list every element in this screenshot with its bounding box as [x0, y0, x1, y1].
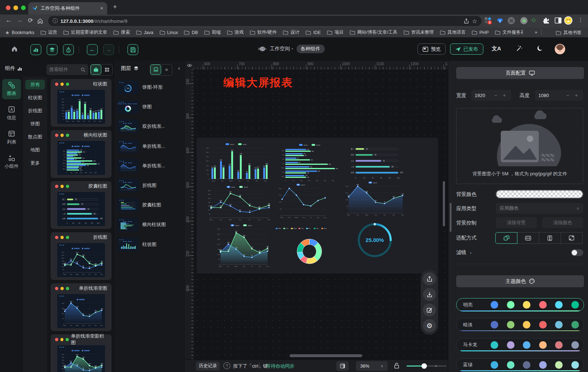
filter-label-row[interactable]: 滤镜 › — [456, 249, 471, 256]
capsule-bar-chart[interactable]: 厦门20南阳40北京60上海80新疆100020406080100 — [346, 144, 405, 180]
category-散点图[interactable]: 散点图 — [25, 132, 45, 142]
donut-pie-chart[interactable]: MonTueWedThuFriSatSun — [252, 225, 353, 272]
translate-icon[interactable]: 文A — [492, 45, 501, 52]
other-bookmarks[interactable]: 其他书签 — [556, 30, 581, 36]
single-line-chart[interactable]: data1050100150200MonTueWedThuFriSatSun — [275, 183, 328, 220]
bookmark-folder[interactable]: Linux — [160, 30, 178, 35]
toggle-components-view-button[interactable] — [91, 64, 101, 75]
component-card-柱状图[interactable]: 柱状图050100150200250300350Mon120130Tue2001… — [51, 79, 112, 127]
bookmark-folder[interactable]: 前端 — [204, 29, 221, 35]
bookmark-folder[interactable]: PHP — [472, 30, 489, 35]
component-card-胶囊柱图[interactable]: 胶囊柱图厦门20南阳40北京60上海80新疆100020406080100 — [51, 181, 112, 229]
vertical-scrollbar[interactable] — [443, 181, 445, 226]
layers-list-view-button[interactable]: ≡ — [161, 64, 172, 75]
bookmark-folder[interactable]: 近期需要读的文章 — [63, 29, 107, 35]
layer-item-饼图-环形[interactable]: 70%饼图-环形 — [117, 79, 182, 96]
extensions-puzzle-icon[interactable] — [543, 17, 550, 24]
category-地图[interactable]: 地图 — [25, 145, 45, 155]
sidebar-item-信息[interactable]: A信息 — [2, 103, 21, 124]
layer-item-单折线渐...[interactable]: 单折线渐... — [117, 138, 182, 155]
layer-item-单折线渐...[interactable]: 单折线渐... — [117, 158, 182, 174]
theme-row-蓝绿[interactable]: 蓝绿 — [456, 358, 584, 372]
fit-scale-button[interactable] — [495, 232, 517, 244]
bookmark-folder[interactable]: 文件服务器 — [495, 29, 523, 35]
category-折线图[interactable]: 折线图 — [25, 106, 45, 116]
height-stepper[interactable]: − + — [566, 92, 580, 98]
component-card-单折线渐变面积图[interactable]: 单折线渐变面积图050100150200250300350MonTueWedTh… — [51, 334, 112, 372]
bookmark-folder[interactable]: IDE — [306, 30, 321, 35]
settings-button[interactable]: ⚙ — [423, 319, 436, 332]
bookmarks-overflow-icon[interactable]: » — [535, 30, 537, 35]
bookmarks-root-button[interactable]: ★Bookmarks — [5, 30, 34, 35]
undo-button[interactable]: ← — [87, 44, 98, 55]
category-柱状图[interactable]: 柱状图 — [25, 93, 45, 103]
search-input[interactable]: 搜索组件 — [46, 64, 88, 75]
category-饼图[interactable]: 饼图 — [25, 119, 45, 129]
site-info-icon[interactable]: ⓘ — [52, 18, 58, 24]
extension-grid-icon[interactable]: 9 — [484, 17, 492, 24]
horizontal-bar-chart[interactable]: data1data2050100150200250300Sun130160Sat… — [276, 143, 344, 183]
charts-panel-toggle-button[interactable] — [30, 44, 41, 55]
filter-toggle[interactable] — [571, 249, 583, 256]
lock-icon[interactable] — [394, 362, 399, 369]
app-type-select[interactable]: 应用颜色 ∨ — [496, 203, 583, 214]
history-button[interactable]: 历史记录 — [196, 361, 220, 371]
browser-menu-icon[interactable]: ⋮ — [578, 17, 583, 23]
theme-row-暗淡[interactable]: 暗淡 — [456, 318, 584, 331]
fit-height-button[interactable] — [539, 232, 561, 244]
canvas-grid[interactable]: 编辑大屏报表 data1data2050100150200250300350Mo… — [194, 70, 448, 372]
user-avatar[interactable] — [555, 44, 565, 54]
component-card-横向柱状图[interactable]: 横向柱状图050100150200250300Sun130160Sat11011… — [51, 130, 112, 178]
redo-button[interactable]: → — [103, 44, 114, 55]
layer-item-折线图[interactable]: 折线图 — [117, 177, 182, 194]
width-stepper[interactable]: − + — [494, 92, 508, 98]
detail-panel-toggle-button[interactable] — [63, 44, 74, 55]
bookmark-folder[interactable]: 资讯未整理 — [404, 29, 434, 35]
magic-wand-icon[interactable] — [516, 45, 523, 52]
dashboard-selection[interactable]: data1data2050100150200250300350Mon120130… — [197, 138, 438, 273]
share-icon[interactable] — [463, 18, 469, 24]
extension-gem-icon[interactable] — [497, 17, 503, 24]
macos-zoom-icon[interactable] — [21, 5, 26, 10]
macos-minimize-icon[interactable] — [13, 5, 18, 10]
bookmark-folder[interactable]: 网站/博客/文章/工具 — [350, 29, 397, 35]
sidebar-toggle-icon[interactable] — [555, 17, 562, 24]
bookmark-folder[interactable]: 项目 — [327, 29, 344, 35]
help-icon[interactable]: ? — [223, 362, 230, 369]
layer-item-双折线渐...[interactable]: 双折线渐... — [117, 118, 182, 135]
back-icon[interactable]: ← — [4, 17, 13, 24]
fit-stretch-button[interactable] — [560, 232, 583, 244]
clear-background-button[interactable]: 清除背景 — [496, 217, 537, 228]
publish-button[interactable]: 已发布 — [450, 43, 483, 55]
panel-scrollbar[interactable] — [450, 203, 452, 232]
profile-avatar[interactable] — [564, 16, 572, 25]
sidebar-item-列表[interactable]: 列表 — [2, 128, 21, 148]
bar-chart[interactable]: data1data2050100150200250300350Mon120130… — [202, 142, 272, 183]
edit-button[interactable] — [423, 304, 436, 317]
import-button[interactable] — [423, 288, 436, 301]
workspace-name-badge[interactable]: 各种组件 — [297, 45, 325, 53]
clear-color-button[interactable]: 清除颜色 — [542, 217, 583, 228]
collapse-panel-icon[interactable]: ‹ — [178, 65, 180, 71]
horizontal-scrollbar[interactable] — [290, 354, 362, 357]
toggle-grid-view-button[interactable] — [101, 64, 112, 75]
layers-thumbnail-view-button[interactable] — [150, 64, 161, 75]
theme-row-马卡龙[interactable]: 马卡龙 — [456, 338, 584, 352]
height-input[interactable]: 1080 − + — [535, 90, 583, 101]
fit-width-button[interactable] — [517, 232, 539, 244]
export-button[interactable] — [423, 272, 436, 285]
sidebar-item-图表[interactable]: 图表 — [2, 79, 21, 99]
bookmark-star-icon[interactable]: ☆ — [472, 18, 477, 25]
bg-color-swatch[interactable] — [496, 190, 583, 198]
width-input[interactable]: 1920 − + — [471, 90, 511, 101]
layer-item-饼图[interactable]: 饼图 — [117, 99, 182, 115]
bookmark-folder[interactable]: 其他语言 — [440, 29, 466, 35]
forward-icon[interactable]: → — [15, 17, 24, 24]
bookmark-folder[interactable]: 设计 — [283, 29, 299, 35]
ruler-corner[interactable] — [185, 61, 194, 70]
home-icon[interactable] — [37, 18, 43, 24]
reload-icon[interactable]: ⟳ — [26, 17, 35, 24]
progress-ring-chart[interactable]: 25.00% — [355, 220, 395, 260]
layer-item-横向柱状图[interactable]: 横向柱状图 — [117, 216, 182, 233]
address-bar[interactable]: ⓘ 127.0.0.1:3000/#/chart/home/9 ☆ — [48, 16, 482, 26]
